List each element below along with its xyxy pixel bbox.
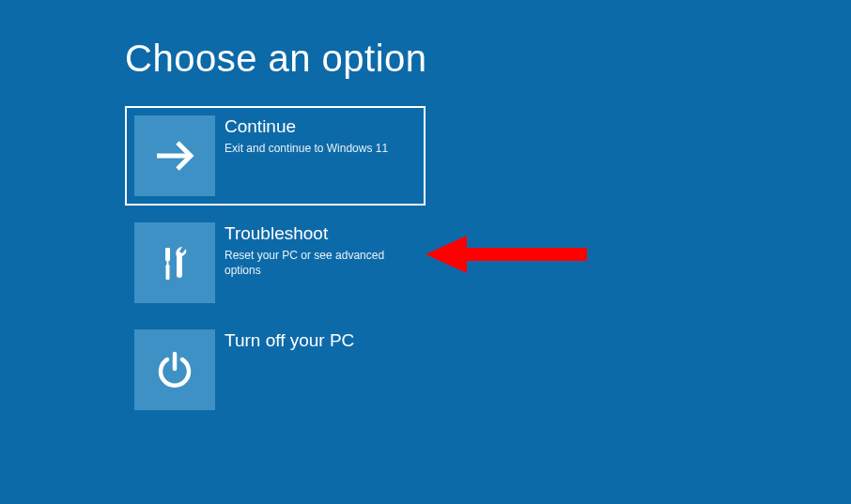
turnoff-text: Turn off your PC	[215, 329, 354, 355]
turnoff-option[interactable]: Turn off your PC	[125, 320, 426, 420]
tools-icon	[134, 222, 215, 303]
troubleshoot-option[interactable]: Troubleshoot Reset your PC or see advanc…	[125, 213, 426, 313]
svg-rect-3	[166, 265, 170, 280]
svg-rect-1	[165, 248, 170, 261]
troubleshoot-title: Troubleshoot	[224, 222, 416, 246]
winre-option-screen: Choose an option Continue Exit and conti…	[0, 0, 851, 420]
troubleshoot-text: Troubleshoot Reset your PC or see advanc…	[215, 222, 416, 278]
turnoff-title: Turn off your PC	[224, 329, 354, 353]
continue-text: Continue Exit and continue to Windows 11	[215, 115, 388, 156]
continue-description: Exit and continue to Windows 11	[224, 141, 388, 156]
continue-title: Continue	[224, 115, 388, 139]
troubleshoot-description: Reset your PC or see advanced options	[224, 248, 416, 278]
page-title: Choose an option	[125, 38, 851, 80]
power-icon	[134, 329, 215, 410]
svg-rect-2	[167, 260, 169, 265]
continue-option[interactable]: Continue Exit and continue to Windows 11	[125, 106, 426, 206]
arrow-right-icon	[134, 115, 215, 196]
